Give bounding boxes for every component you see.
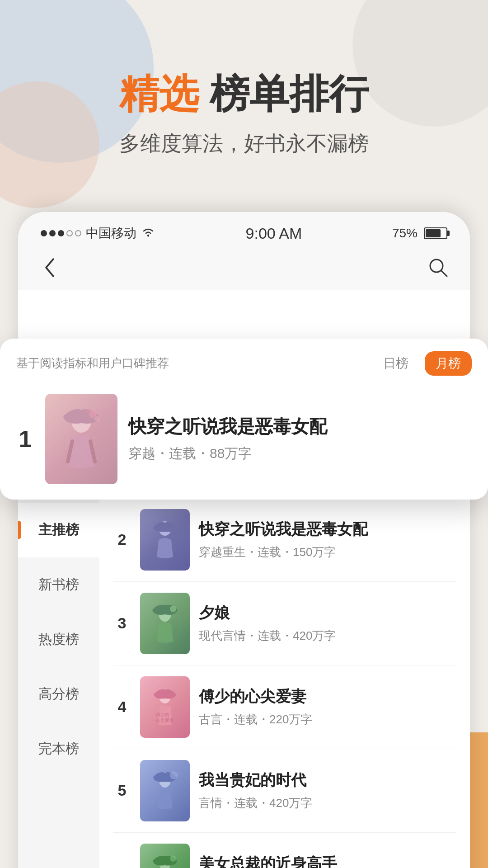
list-item[interactable]: 4 傅少的 心尖爱妻 傅少的心尖爱妻 古言・连载・220万字 (113, 665, 456, 749)
list-item[interactable]: 2 快穿之听说我是恶毒女配 穿越重生・连载・150万字 (113, 498, 456, 582)
rank-number: 3 (113, 614, 131, 632)
svg-text:心尖爱妻: 心尖爱妻 (155, 718, 174, 723)
list-item[interactable]: 6 美女总裁的近身高手 霸道总裁・连载・265万字 (113, 833, 456, 868)
list-item[interactable]: 3 夕娘 现代言情・连载・420万字 (113, 582, 456, 665)
tab-day[interactable]: 日榜 (374, 351, 418, 376)
svg-point-0 (147, 235, 149, 236)
tab-month[interactable]: 月榜 (425, 351, 472, 376)
book-list: 2 快穿之听说我是恶毒女配 穿越重生・连载・150万字 3 (99, 498, 470, 868)
featured-rank-item[interactable]: 1 快 (0, 385, 488, 495)
hero-section: 精选 榜单排行 多维度算法，好书永不漏榜 (0, 0, 488, 194)
status-signal: 中国移动 (41, 225, 155, 242)
svg-point-18 (170, 855, 176, 862)
carrier-label: 中国移动 (86, 225, 136, 242)
battery-percentage: 75% (392, 226, 418, 241)
signal-dot-2 (49, 230, 56, 236)
sidebar-label-completed: 完本榜 (38, 741, 79, 756)
book-title: 傅少的心尖爱妻 (199, 686, 456, 707)
book-cover (140, 509, 190, 571)
hero-title-orange: 精选 (119, 71, 199, 116)
book-cover (140, 760, 190, 821)
svg-point-16 (170, 771, 178, 779)
sidebar-item-new[interactable]: 新书榜 (18, 557, 99, 612)
book-info: 傅少的心尖爱妻 古言・连载・220万字 (199, 686, 456, 727)
battery-fill (426, 229, 441, 237)
sidebar-label-hot: 热度榜 (38, 632, 79, 646)
status-bar: 中国移动 9:00 AM 75% (18, 212, 470, 250)
book-cover (140, 844, 190, 868)
phone-mockup: 中国移动 9:00 AM 75% (18, 212, 470, 868)
signal-dot-3 (58, 230, 64, 236)
rank-number: 2 (113, 531, 131, 548)
svg-point-7 (94, 416, 100, 421)
rank-number: 5 (113, 782, 131, 799)
popup-header: 基于阅读指标和用户口碑推荐 日榜 月榜 (0, 339, 488, 385)
signal-dot-1 (41, 230, 47, 236)
app-header (18, 250, 470, 290)
book-info: 快穿之听说我是恶毒女配 穿越重生・连载・150万字 (199, 519, 456, 560)
sidebar-item-completed[interactable]: 完本榜 (18, 722, 99, 776)
signal-dot-4 (66, 230, 73, 236)
featured-book-title: 快穿之听说我是恶毒女配 (128, 415, 472, 438)
sidebar-item-highscore[interactable]: 高分榜 (18, 667, 99, 722)
wifi-icon (141, 226, 155, 241)
signal-dots (41, 230, 81, 236)
svg-line-2 (441, 270, 447, 276)
battery-icon (424, 227, 447, 239)
list-item[interactable]: 5 我当贵妃的时代 言情・连载・420万字 (113, 749, 456, 833)
book-cover (140, 593, 190, 654)
featured-book-cover (45, 394, 117, 484)
book-title: 我当贵妃的时代 (199, 770, 456, 791)
popup-subtitle-text: 基于阅读指标和用户口碑推荐 (16, 355, 169, 371)
book-info: 美女总裁的近身高手 霸道总裁・连载・265万字 (199, 854, 456, 868)
book-meta: 言情・连载・420万字 (199, 795, 456, 811)
book-title: 美女总裁的近身高手 (199, 854, 456, 868)
book-meta: 古言・连载・220万字 (199, 712, 456, 727)
svg-text:傅少的: 傅少的 (156, 712, 169, 717)
sidebar-label-highscore: 高分榜 (38, 686, 79, 701)
search-button[interactable] (425, 254, 452, 281)
sidebar: 主推榜 新书榜 热度榜 高分榜 完本榜 (18, 498, 99, 868)
popup-card: 基于阅读指标和用户口碑推荐 日榜 月榜 1 (0, 339, 488, 500)
hero-title: 精选 榜单排行 (27, 72, 461, 116)
signal-dot-5 (75, 230, 81, 236)
book-title: 快穿之听说我是恶毒女配 (199, 519, 456, 540)
status-time: 9:00 AM (246, 225, 302, 242)
status-right: 75% (392, 226, 447, 241)
sidebar-label-main: 主推榜 (38, 522, 79, 537)
rank-number: 6 (113, 865, 131, 868)
book-meta: 现代言情・连载・420万字 (199, 628, 456, 644)
book-meta: 穿越重生・连载・150万字 (199, 544, 456, 560)
book-info: 我当贵妃的时代 言情・连载・420万字 (199, 770, 456, 811)
back-button[interactable] (36, 254, 63, 281)
featured-book-meta: 穿越・连载・88万字 (128, 444, 472, 463)
book-info: 夕娘 现代言情・连载・420万字 (199, 603, 456, 644)
hero-subtitle: 多维度算法，好书永不漏榜 (27, 130, 461, 158)
sidebar-item-hot[interactable]: 热度榜 (18, 612, 99, 667)
content-area: 主推榜 新书榜 热度榜 高分榜 完本榜 2 (18, 498, 470, 868)
rank-number: 4 (113, 698, 131, 716)
book-cover: 傅少的 心尖爱妻 (140, 676, 190, 738)
featured-rank-number: 1 (16, 425, 34, 453)
cover-decoration (45, 394, 117, 484)
svg-point-8 (86, 409, 90, 413)
featured-book-info: 快穿之听说我是恶毒女配 穿越・连载・88万字 (128, 415, 472, 463)
popup-tabs: 日榜 月榜 (374, 351, 472, 376)
book-title: 夕娘 (199, 603, 456, 623)
sidebar-label-new: 新书榜 (38, 577, 79, 592)
sidebar-item-main[interactable]: 主推榜 (18, 503, 99, 557)
hero-title-dark: 榜单排行 (199, 71, 369, 116)
svg-point-11 (170, 606, 176, 612)
